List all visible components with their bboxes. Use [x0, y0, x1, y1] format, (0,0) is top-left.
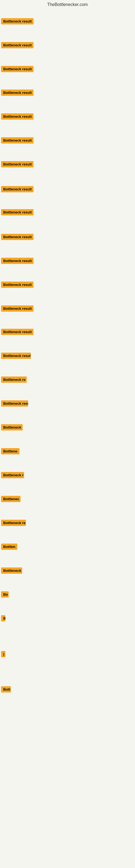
bottleneck-row-19: Bottlene — [1, 448, 19, 456]
bottleneck-label-3: Bottleneck result — [1, 66, 34, 72]
bottleneck-label-14: Bottleneck result — [1, 329, 34, 335]
bottleneck-label-25: Bo — [1, 591, 9, 597]
bottleneck-label-21: Bottlenec — [1, 496, 20, 502]
bottleneck-label-12: Bottleneck result — [1, 282, 34, 288]
bottleneck-row-15: Bottleneck result — [1, 352, 31, 360]
bottleneck-label-24: Bottleneck — [1, 567, 22, 574]
site-title: TheBottlenecker.com — [0, 0, 135, 8]
bottleneck-row-14: Bottleneck result — [1, 329, 34, 336]
bottleneck-label-5: Bottleneck result — [1, 113, 34, 120]
bottleneck-label-7: Bottleneck result — [1, 161, 34, 167]
bottleneck-row-27: | — [1, 651, 5, 658]
bottleneck-label-11: Bottleneck result — [1, 258, 34, 264]
bottleneck-label-1: Bottleneck result — [1, 18, 34, 24]
bottleneck-row-23: Bottlen — [1, 544, 17, 551]
bottleneck-row-6: Bottleneck result — [1, 137, 34, 145]
bottleneck-row-11: Bottleneck result — [1, 258, 34, 265]
bottleneck-label-23: Bottlen — [1, 544, 17, 550]
bottleneck-row-5: Bottleneck result — [1, 113, 34, 121]
bottleneck-label-17: Bottleneck resu — [1, 400, 28, 407]
bottleneck-label-27: | — [1, 651, 5, 657]
bottleneck-label-28: Bott — [1, 686, 11, 692]
bottleneck-label-18: Bottleneck — [1, 424, 23, 431]
bottleneck-row-21: Bottlenec — [1, 496, 20, 503]
bottleneck-row-18: Bottleneck — [1, 424, 23, 432]
bottleneck-label-13: Bottleneck result — [1, 305, 34, 312]
bottleneck-label-8: Bottleneck result — [1, 186, 34, 192]
bottleneck-row-1: Bottleneck result — [1, 18, 34, 26]
bottleneck-label-4: Bottleneck result — [1, 90, 34, 96]
bottleneck-label-10: Bottleneck result — [1, 234, 34, 240]
bottleneck-row-16: Bottleneck re — [1, 376, 27, 384]
bottleneck-row-22: Bottleneck re — [1, 520, 26, 527]
bottleneck-label-20: Bottleneck r — [1, 472, 24, 478]
bottleneck-row-7: Bottleneck result — [1, 161, 34, 168]
bottleneck-row-28: Bott — [1, 686, 11, 693]
bottleneck-row-10: Bottleneck result — [1, 234, 34, 241]
bottleneck-row-2: Bottleneck result — [1, 42, 34, 50]
bottleneck-label-9: Bottleneck result — [1, 209, 34, 215]
bottleneck-row-3: Bottleneck result — [1, 66, 34, 73]
bottleneck-label-6: Bottleneck result — [1, 137, 34, 144]
bottleneck-row-8: Bottleneck result — [1, 186, 34, 193]
bottleneck-label-26: B — [1, 615, 5, 621]
bottleneck-row-17: Bottleneck resu — [1, 400, 28, 408]
bottleneck-row-4: Bottleneck result — [1, 90, 34, 97]
bottleneck-row-24: Bottleneck — [1, 567, 22, 575]
bottleneck-row-25: Bo — [1, 591, 9, 599]
bottleneck-label-2: Bottleneck result — [1, 42, 34, 48]
bottleneck-label-22: Bottleneck re — [1, 520, 26, 526]
bottleneck-row-26: B — [1, 615, 5, 622]
bottleneck-row-9: Bottleneck result — [1, 209, 34, 216]
bottleneck-row-13: Bottleneck result — [1, 305, 34, 313]
bottleneck-label-15: Bottleneck result — [1, 352, 31, 359]
bottleneck-row-12: Bottleneck result — [1, 282, 34, 289]
bottleneck-label-16: Bottleneck re — [1, 376, 27, 383]
bottleneck-label-19: Bottlene — [1, 448, 19, 454]
bottleneck-row-20: Bottleneck r — [1, 472, 24, 479]
